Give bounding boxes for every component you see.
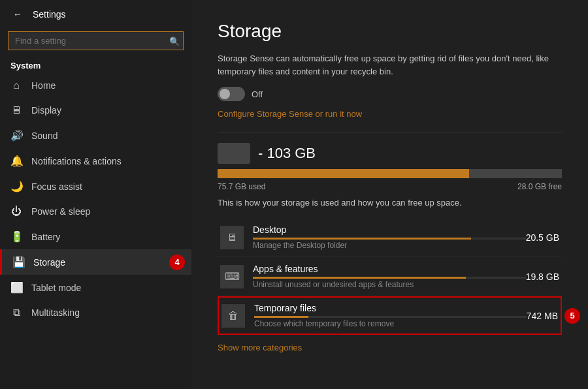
- apps-category-info: Apps & features Uninstall unused or unde…: [253, 264, 526, 289]
- desktop-category-sub: Manage the Desktop folder: [253, 241, 526, 250]
- storage-size-text: - 103 GB: [258, 145, 316, 162]
- storage-labels: 75.7 GB used 28.0 GB free: [218, 182, 562, 191]
- storage-desc: This is how your storage is used and how…: [218, 198, 562, 208]
- configure-link[interactable]: Configure Storage Sense or run it now: [218, 109, 562, 119]
- storage-progress-fill: [218, 169, 469, 178]
- toggle-label: Off: [252, 89, 263, 99]
- storage-info-row: - 103 GB: [218, 143, 562, 164]
- desktop-category-size: 20.5 GB: [526, 232, 559, 243]
- power-icon: ⏻: [10, 206, 22, 217]
- apps-category-name: Apps & features: [253, 264, 526, 274]
- sidebar-item-focus-assist[interactable]: 🌙 Focus assist: [0, 174, 191, 199]
- category-apps-features[interactable]: ⌨ Apps & features Uninstall unused or un…: [218, 257, 562, 296]
- search-box: 🔍: [8, 31, 184, 50]
- annotation-badge-5: 5: [564, 308, 580, 324]
- storage-progress-bar: [218, 169, 562, 178]
- sidebar-item-storage[interactable]: 💾 Storage 4: [0, 249, 191, 275]
- toggle-row: Off: [218, 87, 562, 101]
- sidebar-item-display[interactable]: 🖥 Display: [0, 98, 191, 123]
- toggle-knob: [220, 89, 230, 99]
- storage-sense-description: Storage Sense can automatically free up …: [218, 52, 562, 78]
- temp-files-category-name: Temporary files: [254, 303, 527, 313]
- desktop-category-name: Desktop: [253, 225, 526, 235]
- temp-files-category-info: Temporary files Choose which temporary f…: [254, 303, 527, 328]
- sidebar-item-power-sleep[interactable]: ⏻ Power & sleep: [0, 199, 191, 224]
- sidebar-item-sound[interactable]: 🔊 Sound: [0, 123, 191, 148]
- sidebar-item-label: Battery: [31, 232, 60, 242]
- main-content: Storage Storage Sense can automatically …: [191, 0, 588, 389]
- search-icon[interactable]: 🔍: [169, 36, 180, 46]
- tablet-icon: ⬜: [10, 281, 22, 294]
- desktop-category-info: Desktop Manage the Desktop folder: [253, 225, 526, 250]
- sidebar-item-tablet-mode[interactable]: ⬜ Tablet mode: [0, 275, 191, 300]
- category-desktop[interactable]: 🖥 Desktop Manage the Desktop folder 20.5…: [218, 218, 562, 257]
- category-temp-files[interactable]: 🗑 Temporary files Choose which temporary…: [218, 296, 562, 335]
- display-icon: 🖥: [10, 104, 22, 116]
- temp-files-category-sub: Choose which temporary files to remove: [254, 319, 527, 328]
- sidebar-item-label: Display: [31, 105, 61, 116]
- back-button[interactable]: ←: [10, 8, 25, 21]
- sidebar-item-label: Power & sleep: [31, 206, 90, 217]
- multitasking-icon: ⧉: [10, 307, 22, 319]
- storage-used-label: 75.7 GB used: [218, 182, 265, 191]
- settings-title: Settings: [33, 9, 66, 20]
- notifications-icon: 🔔: [10, 155, 22, 167]
- sidebar-item-multitasking[interactable]: ⧉ Multitasking: [0, 300, 191, 325]
- annotation-badge-4: 4: [169, 255, 185, 270]
- sidebar: ← Settings 🔍 System ⌂ Home 🖥 Display 🔊 S…: [0, 0, 191, 389]
- page-title: Storage: [218, 21, 562, 42]
- sidebar-item-label: Tablet mode: [31, 283, 81, 293]
- system-section-label: System: [0, 55, 191, 73]
- sidebar-item-label: Multitasking: [31, 307, 80, 318]
- sidebar-item-home[interactable]: ⌂ Home: [0, 73, 191, 98]
- apps-category-sub: Uninstall unused or undesired apps & fea…: [253, 280, 526, 289]
- sidebar-item-label: Focus assist: [31, 181, 82, 192]
- sidebar-item-label: Storage: [33, 257, 65, 268]
- home-icon: ⌂: [10, 80, 22, 91]
- battery-icon: 🔋: [10, 230, 22, 243]
- divider: [218, 132, 562, 132]
- storage-sense-toggle[interactable]: [218, 87, 245, 101]
- sidebar-item-label: Sound: [31, 131, 57, 141]
- sound-icon: 🔊: [10, 129, 22, 142]
- show-more-link[interactable]: Show more categories: [218, 343, 562, 352]
- search-input[interactable]: [8, 31, 184, 50]
- storage-device-icon: [218, 143, 250, 164]
- temp-files-category-icon: 🗑: [221, 304, 245, 328]
- desktop-category-icon: 🖥: [220, 226, 244, 249]
- apps-category-icon: ⌨: [220, 265, 244, 288]
- sidebar-item-battery[interactable]: 🔋 Battery: [0, 224, 191, 249]
- sidebar-item-label: Home: [31, 80, 56, 91]
- apps-category-size: 19.8 GB: [526, 272, 559, 282]
- sidebar-item-notifications[interactable]: 🔔 Notifications & actions: [0, 148, 191, 174]
- sidebar-item-label: Notifications & actions: [31, 156, 122, 166]
- sidebar-header: ← Settings: [0, 0, 191, 29]
- storage-icon: 💾: [12, 256, 24, 268]
- temp-files-category-size: 742 MB: [527, 311, 558, 321]
- focus-assist-icon: 🌙: [10, 180, 22, 193]
- storage-free-label: 28.0 GB free: [517, 182, 562, 191]
